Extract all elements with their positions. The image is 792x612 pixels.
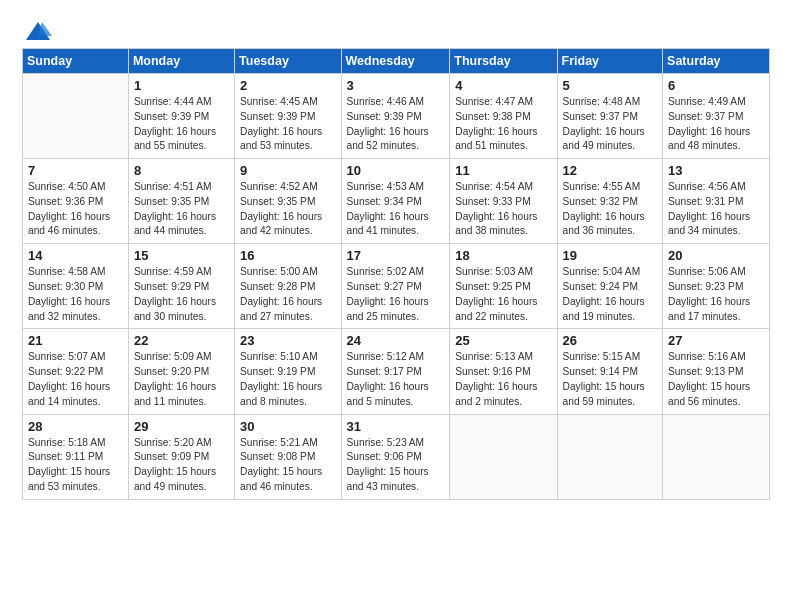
day-info: Sunrise: 4:49 AMSunset: 9:37 PMDaylight:…: [668, 95, 764, 154]
day-info: Sunrise: 4:45 AMSunset: 9:39 PMDaylight:…: [240, 95, 335, 154]
day-info: Sunrise: 5:10 AMSunset: 9:19 PMDaylight:…: [240, 350, 335, 409]
day-number: 15: [134, 248, 229, 263]
day-number: 4: [455, 78, 551, 93]
day-number: 11: [455, 163, 551, 178]
day-number: 1: [134, 78, 229, 93]
weekday-header-tuesday: Tuesday: [235, 49, 341, 74]
day-info: Sunrise: 5:16 AMSunset: 9:13 PMDaylight:…: [668, 350, 764, 409]
calendar-cell: [450, 414, 557, 499]
day-info: Sunrise: 4:56 AMSunset: 9:31 PMDaylight:…: [668, 180, 764, 239]
day-number: 29: [134, 419, 229, 434]
day-number: 7: [28, 163, 123, 178]
day-info: Sunrise: 5:18 AMSunset: 9:11 PMDaylight:…: [28, 436, 123, 495]
weekday-header-monday: Monday: [128, 49, 234, 74]
day-number: 30: [240, 419, 335, 434]
week-row-2: 7Sunrise: 4:50 AMSunset: 9:36 PMDaylight…: [23, 159, 770, 244]
calendar-cell: [23, 74, 129, 159]
calendar: SundayMondayTuesdayWednesdayThursdayFrid…: [22, 48, 770, 500]
logo-icon: [24, 18, 52, 46]
week-row-4: 21Sunrise: 5:07 AMSunset: 9:22 PMDayligh…: [23, 329, 770, 414]
day-number: 9: [240, 163, 335, 178]
calendar-cell: 11Sunrise: 4:54 AMSunset: 9:33 PMDayligh…: [450, 159, 557, 244]
day-number: 18: [455, 248, 551, 263]
day-info: Sunrise: 4:55 AMSunset: 9:32 PMDaylight:…: [563, 180, 657, 239]
day-number: 16: [240, 248, 335, 263]
svg-marker-1: [38, 22, 52, 36]
calendar-cell: 25Sunrise: 5:13 AMSunset: 9:16 PMDayligh…: [450, 329, 557, 414]
calendar-cell: 20Sunrise: 5:06 AMSunset: 9:23 PMDayligh…: [663, 244, 770, 329]
day-number: 24: [347, 333, 445, 348]
day-number: 26: [563, 333, 657, 348]
day-number: 10: [347, 163, 445, 178]
weekday-header-row: SundayMondayTuesdayWednesdayThursdayFrid…: [23, 49, 770, 74]
calendar-cell: 31Sunrise: 5:23 AMSunset: 9:06 PMDayligh…: [341, 414, 450, 499]
calendar-cell: [557, 414, 662, 499]
day-number: 27: [668, 333, 764, 348]
day-info: Sunrise: 5:15 AMSunset: 9:14 PMDaylight:…: [563, 350, 657, 409]
calendar-cell: 28Sunrise: 5:18 AMSunset: 9:11 PMDayligh…: [23, 414, 129, 499]
day-info: Sunrise: 4:47 AMSunset: 9:38 PMDaylight:…: [455, 95, 551, 154]
calendar-cell: 21Sunrise: 5:07 AMSunset: 9:22 PMDayligh…: [23, 329, 129, 414]
header: [22, 18, 770, 40]
calendar-cell: 19Sunrise: 5:04 AMSunset: 9:24 PMDayligh…: [557, 244, 662, 329]
calendar-cell: 23Sunrise: 5:10 AMSunset: 9:19 PMDayligh…: [235, 329, 341, 414]
calendar-cell: 29Sunrise: 5:20 AMSunset: 9:09 PMDayligh…: [128, 414, 234, 499]
day-number: 21: [28, 333, 123, 348]
week-row-3: 14Sunrise: 4:58 AMSunset: 9:30 PMDayligh…: [23, 244, 770, 329]
calendar-cell: 1Sunrise: 4:44 AMSunset: 9:39 PMDaylight…: [128, 74, 234, 159]
day-info: Sunrise: 5:13 AMSunset: 9:16 PMDaylight:…: [455, 350, 551, 409]
weekday-header-sunday: Sunday: [23, 49, 129, 74]
calendar-cell: 27Sunrise: 5:16 AMSunset: 9:13 PMDayligh…: [663, 329, 770, 414]
day-info: Sunrise: 5:23 AMSunset: 9:06 PMDaylight:…: [347, 436, 445, 495]
calendar-cell: 22Sunrise: 5:09 AMSunset: 9:20 PMDayligh…: [128, 329, 234, 414]
day-info: Sunrise: 4:52 AMSunset: 9:35 PMDaylight:…: [240, 180, 335, 239]
day-number: 5: [563, 78, 657, 93]
calendar-cell: 26Sunrise: 5:15 AMSunset: 9:14 PMDayligh…: [557, 329, 662, 414]
calendar-cell: 7Sunrise: 4:50 AMSunset: 9:36 PMDaylight…: [23, 159, 129, 244]
logo-area: [22, 18, 52, 40]
calendar-cell: 16Sunrise: 5:00 AMSunset: 9:28 PMDayligh…: [235, 244, 341, 329]
day-number: 28: [28, 419, 123, 434]
day-number: 31: [347, 419, 445, 434]
day-info: Sunrise: 5:00 AMSunset: 9:28 PMDaylight:…: [240, 265, 335, 324]
calendar-cell: 30Sunrise: 5:21 AMSunset: 9:08 PMDayligh…: [235, 414, 341, 499]
weekday-header-saturday: Saturday: [663, 49, 770, 74]
logo: [22, 18, 52, 46]
day-info: Sunrise: 4:50 AMSunset: 9:36 PMDaylight:…: [28, 180, 123, 239]
day-info: Sunrise: 5:03 AMSunset: 9:25 PMDaylight:…: [455, 265, 551, 324]
weekday-header-thursday: Thursday: [450, 49, 557, 74]
calendar-cell: 24Sunrise: 5:12 AMSunset: 9:17 PMDayligh…: [341, 329, 450, 414]
day-info: Sunrise: 5:02 AMSunset: 9:27 PMDaylight:…: [347, 265, 445, 324]
day-number: 14: [28, 248, 123, 263]
day-number: 6: [668, 78, 764, 93]
day-number: 2: [240, 78, 335, 93]
day-info: Sunrise: 4:46 AMSunset: 9:39 PMDaylight:…: [347, 95, 445, 154]
week-row-1: 1Sunrise: 4:44 AMSunset: 9:39 PMDaylight…: [23, 74, 770, 159]
day-info: Sunrise: 4:44 AMSunset: 9:39 PMDaylight:…: [134, 95, 229, 154]
calendar-cell: [663, 414, 770, 499]
day-number: 8: [134, 163, 229, 178]
calendar-cell: 2Sunrise: 4:45 AMSunset: 9:39 PMDaylight…: [235, 74, 341, 159]
calendar-cell: 9Sunrise: 4:52 AMSunset: 9:35 PMDaylight…: [235, 159, 341, 244]
weekday-header-friday: Friday: [557, 49, 662, 74]
day-number: 25: [455, 333, 551, 348]
day-info: Sunrise: 5:21 AMSunset: 9:08 PMDaylight:…: [240, 436, 335, 495]
calendar-cell: 5Sunrise: 4:48 AMSunset: 9:37 PMDaylight…: [557, 74, 662, 159]
day-info: Sunrise: 4:58 AMSunset: 9:30 PMDaylight:…: [28, 265, 123, 324]
calendar-cell: 8Sunrise: 4:51 AMSunset: 9:35 PMDaylight…: [128, 159, 234, 244]
day-number: 3: [347, 78, 445, 93]
calendar-cell: 18Sunrise: 5:03 AMSunset: 9:25 PMDayligh…: [450, 244, 557, 329]
day-number: 23: [240, 333, 335, 348]
calendar-cell: 4Sunrise: 4:47 AMSunset: 9:38 PMDaylight…: [450, 74, 557, 159]
calendar-cell: 6Sunrise: 4:49 AMSunset: 9:37 PMDaylight…: [663, 74, 770, 159]
day-info: Sunrise: 4:59 AMSunset: 9:29 PMDaylight:…: [134, 265, 229, 324]
day-info: Sunrise: 4:51 AMSunset: 9:35 PMDaylight:…: [134, 180, 229, 239]
day-info: Sunrise: 5:06 AMSunset: 9:23 PMDaylight:…: [668, 265, 764, 324]
day-number: 19: [563, 248, 657, 263]
day-info: Sunrise: 4:48 AMSunset: 9:37 PMDaylight:…: [563, 95, 657, 154]
week-row-5: 28Sunrise: 5:18 AMSunset: 9:11 PMDayligh…: [23, 414, 770, 499]
weekday-header-wednesday: Wednesday: [341, 49, 450, 74]
day-info: Sunrise: 4:54 AMSunset: 9:33 PMDaylight:…: [455, 180, 551, 239]
day-info: Sunrise: 5:09 AMSunset: 9:20 PMDaylight:…: [134, 350, 229, 409]
day-number: 13: [668, 163, 764, 178]
